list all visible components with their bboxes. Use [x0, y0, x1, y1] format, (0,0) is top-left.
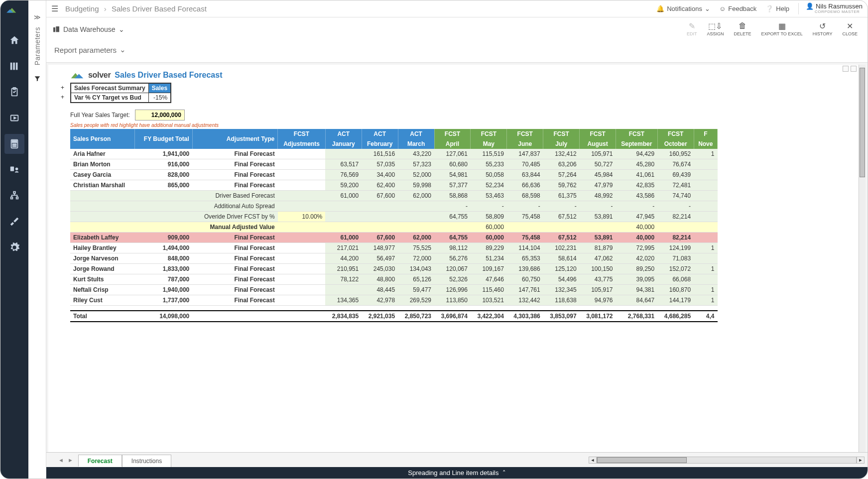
- nav-users[interactable]: [4, 160, 24, 180]
- vertical-scrollbar[interactable]: [859, 65, 866, 452]
- assign-button[interactable]: ⬚⇩ASSIGN: [703, 19, 728, 37]
- nav-rail: [0, 0, 28, 479]
- breadcrumb-current: Sales Driver Based Forecast: [112, 4, 207, 13]
- help-button[interactable]: ❔ Help: [765, 5, 789, 12]
- tab-prev[interactable]: ◄: [56, 457, 66, 463]
- svg-point-16: [15, 146, 16, 147]
- topbar: ☰ Budgeting › Sales Driver Based Forecas…: [46, 0, 868, 17]
- filter-icon[interactable]: [34, 75, 41, 84]
- forecast-grid: Sales PersonFY Budget TotalAdjustment Ty…: [70, 129, 718, 322]
- svg-point-12: [14, 144, 15, 145]
- tab-instructions[interactable]: Instructions: [122, 455, 171, 467]
- assign-icon: ⬚⇩: [708, 20, 722, 31]
- brand-label: solver: [88, 71, 111, 80]
- svg-point-15: [14, 146, 15, 147]
- svg-point-18: [15, 167, 18, 170]
- table-row: Brian Morton916,000Final Forecast63,5175…: [70, 159, 718, 170]
- table-row: Riley Cust1,737,000Final Forecast134,365…: [70, 295, 718, 306]
- parameters-sidebar: ≫ Parameters: [28, 0, 46, 479]
- close-button[interactable]: ✕CLOSE: [838, 19, 862, 37]
- svg-rect-10: [12, 141, 16, 143]
- tab-next[interactable]: ►: [66, 457, 75, 463]
- svg-rect-3: [13, 63, 15, 70]
- table-row: Kurt Stults787,000Final Forecast78,12248…: [70, 274, 718, 285]
- table-row: Additional Auto Spread-------: [70, 201, 718, 212]
- table-row: Jorge Narveson848,000Final Forecast44,20…: [70, 253, 718, 264]
- nav-calculator[interactable]: [4, 134, 24, 154]
- export-button[interactable]: ▦EXPORT TO EXCEL: [757, 19, 806, 37]
- report-viewer: solverSales Driver Based ForecastSales F…: [48, 65, 866, 452]
- pencil-icon: ✎: [689, 20, 695, 31]
- user-icon: 👤: [806, 3, 814, 10]
- table-row: Manual Adjusted Value60,00040,000: [70, 222, 718, 233]
- table-row: Jorge Rowand1,833,000Final Forecast210,9…: [70, 264, 718, 274]
- action-bar: Data Warehouse ⌄ ✎EDIT ⬚⇩ASSIGN 🗑DELETE …: [46, 17, 868, 40]
- report-parameters-toggle[interactable]: Report parameters⌄: [46, 40, 868, 62]
- table-row: Christian Marshall865,000Final Forecast5…: [70, 180, 718, 191]
- svg-rect-4: [16, 63, 18, 70]
- notifications-button[interactable]: 🔔 Notifications ⌄: [656, 5, 710, 12]
- summary-box: Sales Forecast SummarySalesVar % CY Targ…: [70, 83, 171, 103]
- history-icon: ↺: [819, 20, 826, 31]
- tab-forecast[interactable]: Forecast: [78, 455, 122, 467]
- svg-rect-2: [10, 63, 12, 70]
- nav-tools[interactable]: [4, 212, 24, 232]
- nav-library[interactable]: [4, 56, 24, 76]
- excel-icon: ▦: [778, 20, 786, 31]
- chevron-up-icon: ˄: [502, 469, 506, 477]
- target-input[interactable]: [135, 110, 185, 120]
- table-row: Aria Hafner1,941,000Final Forecast161,51…: [70, 149, 718, 159]
- nav-video[interactable]: [4, 108, 24, 128]
- delete-button[interactable]: 🗑DELETE: [730, 19, 755, 37]
- nav-clipboard[interactable]: [4, 82, 24, 102]
- svg-rect-19: [13, 192, 15, 194]
- horizontal-scrollbar[interactable]: ◄►: [589, 453, 868, 467]
- user-menu[interactable]: 👤Nils Rasmussen CorpDemo Master: [798, 3, 863, 14]
- close-icon: ✕: [847, 20, 853, 31]
- svg-rect-17: [10, 167, 14, 171]
- total-row: Total14,098,0002,834,8352,921,0352,850,7…: [70, 311, 718, 322]
- report-title: Sales Driver Based Forecast: [115, 71, 222, 80]
- table-row: Driver Based Forecast61,00067,60062,0005…: [70, 191, 718, 201]
- trash-icon: 🗑: [739, 20, 746, 31]
- table-row: Overide Driver FCST by %10.00%64,75558,8…: [70, 212, 718, 222]
- expand-row-button[interactable]: +: [61, 84, 64, 91]
- table-row: Hailey Brantley1,494,000Final Forecast21…: [70, 243, 718, 253]
- svg-rect-21: [16, 197, 18, 199]
- parameters-label: Parameters: [33, 27, 41, 65]
- table-row: Neftali Crisp1,940,000Final Forecast48,4…: [70, 285, 718, 295]
- svg-point-13: [15, 144, 16, 145]
- note-text: Sales people with red highlight have add…: [70, 122, 864, 128]
- bottom-drawer-toggle[interactable]: Spreading and Line item details ˄: [46, 467, 868, 479]
- svg-rect-22: [53, 27, 55, 32]
- collapse-icon[interactable]: ≫: [34, 13, 41, 21]
- feedback-button[interactable]: ☺ Feedback: [719, 5, 756, 12]
- nav-org[interactable]: [4, 186, 24, 206]
- table-row: Elizabeth Laffey909,000Final Forecast61,…: [70, 233, 718, 243]
- svg-marker-8: [14, 117, 16, 119]
- svg-rect-23: [56, 26, 59, 32]
- sheet-tabs: ◄► Forecast Instructions ◄►: [46, 452, 868, 467]
- app-logo-icon: [6, 4, 22, 18]
- table-row: Casey Garcia828,000Final Forecast76,5693…: [70, 170, 718, 180]
- edit-button: ✎EDIT: [683, 19, 701, 37]
- svg-rect-20: [11, 197, 13, 199]
- data-warehouse-dropdown[interactable]: Data Warehouse ⌄: [52, 25, 124, 33]
- target-label: Full Year Sales Target:: [70, 112, 130, 119]
- breadcrumb-root[interactable]: Budgeting: [65, 4, 99, 13]
- history-button[interactable]: ↺HISTORY: [809, 19, 837, 37]
- svg-point-14: [12, 146, 13, 147]
- nav-settings[interactable]: [4, 238, 24, 257]
- breadcrumb: Budgeting › Sales Driver Based Forecast: [65, 4, 207, 13]
- svg-point-11: [12, 144, 13, 145]
- nav-home[interactable]: [4, 30, 24, 50]
- menu-icon[interactable]: ☰: [51, 4, 58, 13]
- expand-row-button[interactable]: +: [61, 94, 64, 101]
